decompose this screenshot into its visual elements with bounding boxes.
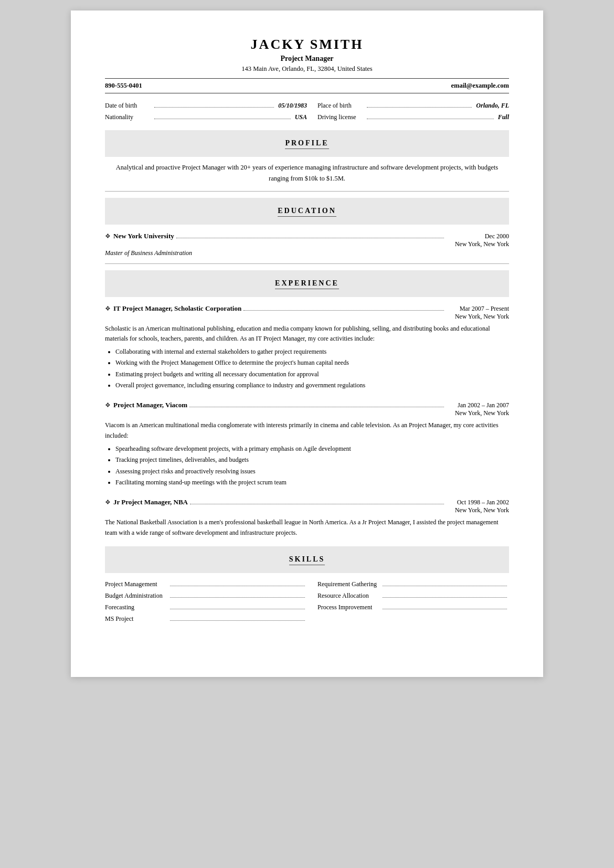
skill-row-1: Budget Administration: [105, 590, 307, 601]
resume-document: JACKY SMITH Project Manager 143 Main Ave…: [71, 10, 543, 677]
education-title: EDUCATION: [278, 207, 336, 217]
phone-number: 890-555-0401: [105, 82, 142, 90]
skill-dots-1: [170, 591, 305, 598]
exp-bullet-1-2: Assessing project risks and proactively …: [115, 466, 509, 477]
skill-dots-r2: [383, 603, 507, 609]
exp-dots-2: [190, 496, 444, 504]
candidate-address: 143 Main Ave, Orlando, FL, 32804, United…: [105, 65, 509, 73]
skill-dots-0: [170, 580, 305, 586]
exp-bullet-0-0: Collaborating with internal and external…: [115, 346, 509, 357]
exp-entry-2: ❖ Jr Project Manager, NBA Oct 1998 – Jan…: [105, 496, 509, 537]
exp-icon-2: ❖: [105, 499, 111, 506]
exp-bullets-0: Collaborating with internal and external…: [105, 346, 509, 391]
exp-bullet-0-2: Estimating project budgets and writing a…: [115, 369, 509, 379]
exp-dots-0: [244, 302, 444, 311]
education-entry-0: ❖ New York University Dec 2000 New York,…: [105, 230, 509, 257]
skill-row-r1: Resource Allocation: [317, 590, 509, 601]
exp-name-0: IT Project Manager, Scholastic Corporati…: [113, 304, 241, 313]
profile-section-header: PROFILE: [105, 130, 509, 157]
skill-label-r2: Process Improvement: [317, 604, 380, 611]
pob-row: Place of birth Orlando, FL: [317, 100, 509, 111]
skills-left-col: Project Management Budget Administration…: [105, 578, 307, 624]
experience-title: EXPERIENCE: [275, 279, 339, 289]
exp-date-2: Oct 1998 – Jan 2002: [446, 499, 509, 506]
skill-label-0: Project Management: [105, 580, 168, 588]
exp-date-1: Jan 2002 – Jan 2007: [446, 401, 509, 409]
skill-dots-2: [170, 603, 305, 609]
exp-bullet-0-1: Working with the Project Management Offi…: [115, 357, 509, 368]
skill-row-2: Forecasting: [105, 601, 307, 613]
skill-dots-r0: [383, 580, 507, 586]
experience-section-header: EXPERIENCE: [105, 270, 509, 297]
edu-school-name: New York University: [113, 232, 174, 240]
skill-row-r0: Requirement Gathering: [317, 578, 509, 590]
skill-row-3: MS Project: [105, 613, 307, 624]
skill-row-r2: Process Improvement: [317, 601, 509, 613]
skills-right-col: Requirement Gathering Resource Allocatio…: [307, 578, 509, 624]
exp-name-2: Jr Project Manager, NBA: [113, 498, 188, 506]
exp-location-0: New York, New York: [446, 313, 509, 321]
exp-bullet-0-3: Overall project governance, including en…: [115, 380, 509, 390]
exp-location-2: New York, New York: [446, 506, 509, 514]
skills-section-header: SKILLS: [105, 546, 509, 573]
edu-date: Dec 2000: [446, 232, 509, 240]
license-value: Full: [496, 113, 509, 121]
exp-desc-0: Scholastic is an American multinational …: [105, 324, 509, 344]
edu-icon: ❖: [105, 232, 111, 240]
nationality-value: USA: [293, 113, 307, 121]
dob-label: Date of birth: [105, 102, 152, 110]
exp-bullet-1-3: Facilitating morning stand-up meetings w…: [115, 477, 509, 488]
edu-header-row: ❖ New York University Dec 2000 New York,…: [105, 230, 509, 248]
profile-divider: [105, 191, 509, 192]
dob-value: 05/10/1983: [276, 102, 307, 110]
pob-dots: [367, 101, 472, 108]
skill-dots-r1: [383, 591, 507, 598]
candidate-title: Project Manager: [105, 55, 509, 63]
exp-bullet-1-0: Spearheading software development projec…: [115, 443, 509, 454]
exp-desc-1: Viacom is an American multinational medi…: [105, 420, 509, 440]
license-label: Driving license: [317, 113, 365, 121]
dob-row: Date of birth 05/10/1983: [105, 100, 307, 111]
email-address: email@example.com: [451, 82, 509, 90]
skills-grid: Project Management Budget Administration…: [105, 578, 509, 624]
skill-dots-3: [170, 615, 305, 621]
license-row: Driving license Full: [317, 111, 509, 123]
header-section: JACKY SMITH Project Manager 143 Main Ave…: [105, 37, 509, 73]
education-section-header: EDUCATION: [105, 198, 509, 225]
skill-label-1: Budget Administration: [105, 592, 168, 600]
contact-row: 890-555-0401 email@example.com: [105, 78, 509, 93]
personal-info-grid: Date of birth 05/10/1983 Nationality USA…: [105, 100, 509, 123]
edu-divider: [105, 263, 509, 264]
exp-icon-0: ❖: [105, 305, 111, 313]
exp-dots-1: [189, 399, 444, 407]
exp-entry-1: ❖ Project Manager, Viacom Jan 2002 – Jan…: [105, 399, 509, 488]
skill-label-3: MS Project: [105, 615, 168, 623]
exp-bullets-1: Spearheading software development projec…: [105, 443, 509, 488]
exp-desc-2: The National Basketball Association is a…: [105, 517, 509, 537]
exp-name-1: Project Manager, Viacom: [113, 401, 187, 409]
pob-value: Orlando, FL: [474, 102, 509, 110]
skill-label-2: Forecasting: [105, 604, 168, 611]
skill-row-0: Project Management: [105, 578, 307, 590]
profile-title: PROFILE: [285, 139, 329, 149]
profile-text: Analytical and proactive Project Manager…: [105, 162, 509, 185]
pob-label: Place of birth: [317, 102, 365, 110]
exp-date-0: Mar 2007 – Present: [446, 305, 509, 313]
skill-label-r1: Resource Allocation: [317, 592, 380, 600]
info-right-col: Place of birth Orlando, FL Driving licen…: [307, 100, 509, 123]
skill-label-r0: Requirement Gathering: [317, 580, 380, 588]
exp-icon-1: ❖: [105, 401, 111, 409]
nationality-dots: [154, 113, 291, 119]
edu-location: New York, New York: [446, 240, 509, 248]
nationality-row: Nationality USA: [105, 111, 307, 123]
nationality-label: Nationality: [105, 113, 152, 121]
exp-location-1: New York, New York: [446, 409, 509, 417]
edu-dots: [176, 230, 444, 238]
exp-entry-0: ❖ IT Project Manager, Scholastic Corpora…: [105, 302, 509, 391]
skills-title: SKILLS: [289, 555, 325, 565]
info-left-col: Date of birth 05/10/1983 Nationality USA: [105, 100, 307, 123]
dob-dots: [154, 101, 274, 108]
license-dots: [367, 113, 494, 119]
edu-degree: Master of Business Administration: [105, 249, 509, 257]
candidate-name: JACKY SMITH: [105, 37, 509, 52]
